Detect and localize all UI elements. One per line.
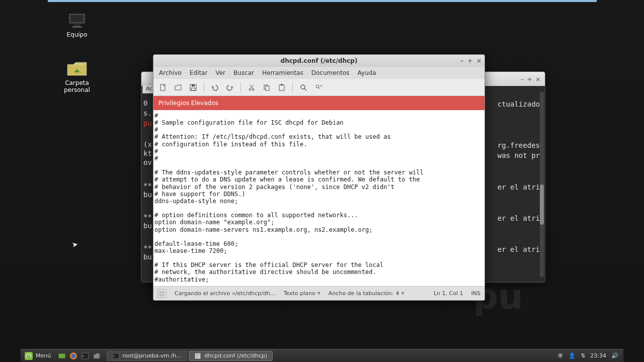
terminal-text: ov	[143, 158, 152, 166]
menu-herramientas[interactable]: Herramientas	[259, 68, 307, 78]
terminal-text: rg.freedes	[498, 141, 540, 149]
firefox-icon[interactable]	[68, 351, 78, 361]
menu-documentos[interactable]: Documentos	[308, 68, 353, 78]
mint-logo-icon	[25, 352, 33, 360]
terminal-text: pu	[143, 119, 152, 127]
top-accent-bar	[48, 0, 597, 2]
close-button[interactable]: ×	[535, 75, 541, 83]
terminal-text: 0	[143, 99, 147, 107]
tab-width-value: 4	[395, 290, 399, 297]
redo-icon[interactable]	[223, 81, 236, 94]
cut-icon[interactable]	[245, 81, 258, 94]
desktop-icon-label: Carpeta personal	[54, 79, 100, 94]
menu-archivo[interactable]: Archivo	[155, 68, 185, 78]
maximize-button[interactable]: +	[467, 57, 472, 64]
save-file-icon[interactable]	[187, 81, 200, 94]
terminal-text: kt	[143, 149, 152, 157]
editor-text-area[interactable]: # # Sample configuration file for ISC dh…	[153, 110, 485, 286]
task-label: dhcpd.conf (/etc/dhcp)	[204, 352, 267, 359]
terminal-text: bu	[143, 222, 152, 230]
task-editor[interactable]: dhcpd.conf (/etc/dhcp)	[189, 351, 273, 361]
quick-launch	[55, 351, 104, 361]
copy-icon[interactable]	[260, 81, 273, 94]
task-terminal[interactable]: root@prueba-vm /h…	[107, 351, 187, 361]
search-replace-icon[interactable]	[312, 81, 325, 94]
user-icon[interactable]: 👤	[569, 352, 576, 359]
tab-width-label: Ancho de la tabulación:	[329, 290, 394, 297]
svg-point-10	[252, 88, 254, 90]
show-desktop-icon[interactable]	[57, 351, 67, 361]
menu-editar[interactable]: Editar	[186, 68, 211, 78]
terminal-text: er el atri	[498, 214, 540, 222]
editor-menubar: Archivo Editar Ver Buscar Herramientas D…	[153, 67, 485, 79]
open-file-icon[interactable]	[172, 81, 185, 94]
terminal-text: s.	[143, 109, 152, 117]
computer-icon	[66, 12, 88, 29]
paste-icon[interactable]	[275, 81, 288, 94]
minimize-button[interactable]: –	[460, 57, 463, 64]
cursor-position: Ln 1, Col 1	[434, 290, 463, 297]
svg-point-15	[301, 85, 305, 89]
svg-rect-22	[113, 353, 119, 358]
clock[interactable]: 23:34	[590, 352, 606, 359]
terminal-text: was not pr	[498, 151, 540, 159]
search-icon[interactable]	[297, 81, 310, 94]
chevron-down-icon: ▼	[317, 291, 320, 296]
insert-mode[interactable]: INS	[471, 290, 480, 297]
close-button[interactable]: ×	[476, 57, 481, 64]
maximize-button[interactable]: +	[527, 75, 532, 83]
svg-rect-17	[25, 352, 33, 360]
svg-rect-7	[192, 84, 195, 86]
start-menu-button[interactable]: Menú	[21, 349, 55, 362]
terminal-text: (x	[143, 140, 152, 148]
task-list: root@prueba-vm /h… dhcpd.conf (/etc/dhcp…	[107, 351, 273, 361]
menu-ayuda[interactable]: Ayuda	[354, 68, 379, 78]
svg-rect-1	[70, 15, 84, 22]
svg-point-20	[71, 354, 75, 358]
editor-statusbar: ◫ Cargando el archivo «/etc/dhcp/dh… Tex…	[153, 286, 485, 300]
terminal-text: bu	[143, 253, 152, 261]
files-icon[interactable]	[92, 351, 102, 361]
side-panel-toggle[interactable]: ◫	[157, 289, 167, 298]
sound-icon[interactable]: 🔊	[611, 352, 618, 359]
svg-rect-13	[279, 85, 284, 90]
undo-icon[interactable]	[208, 81, 221, 94]
status-message: Cargando el archivo «/etc/dhcp/dh…	[175, 290, 276, 297]
tab-width-dropdown[interactable]: Ancho de la tabulación: 4 ▼	[329, 290, 405, 297]
separator	[204, 82, 204, 93]
svg-rect-14	[281, 84, 283, 85]
terminal-icon	[112, 352, 119, 359]
syntax-dropdown[interactable]: Texto plano ▼	[284, 290, 320, 297]
svg-rect-4	[76, 70, 78, 72]
terminal-text: **	[143, 213, 152, 221]
gedit-icon	[194, 352, 201, 359]
editor-titlebar[interactable]: dhcpd.conf (/etc/dhcp) – + ×	[153, 55, 485, 67]
svg-rect-3	[72, 26, 82, 28]
terminal-text: ctualizado	[498, 100, 540, 108]
menu-ver[interactable]: Ver	[212, 68, 229, 78]
svg-rect-12	[266, 86, 269, 90]
svg-rect-21	[82, 353, 89, 359]
svg-point-9	[249, 88, 251, 90]
system-tray: ⛨ 👤 ⇅ 23:34 🔊	[553, 352, 623, 359]
terminal-icon[interactable]	[80, 351, 90, 361]
home-folder-icon	[66, 60, 88, 77]
terminal-text: er el atri	[498, 245, 540, 253]
text-editor-window[interactable]: dhcpd.conf (/etc/dhcp) – + × Archivo Edi…	[153, 54, 485, 301]
desktop-icon-label: Equipo	[54, 31, 100, 38]
scrollbar-thumb[interactable]	[540, 185, 544, 225]
terminal-scrollbar[interactable]	[540, 92, 544, 277]
network-icon[interactable]: ⇅	[581, 352, 585, 359]
svg-rect-18	[58, 353, 65, 358]
shield-icon[interactable]: ⛨	[558, 352, 564, 359]
menu-buscar[interactable]: Buscar	[230, 68, 258, 78]
terminal-text: bu	[143, 191, 152, 199]
terminal-text: **	[143, 244, 152, 252]
desktop-icon-computer[interactable]: Equipo	[54, 12, 100, 38]
chevron-down-icon: ▼	[401, 291, 404, 296]
minimize-button[interactable]: –	[521, 75, 524, 83]
desktop-icon-home[interactable]: Carpeta personal	[54, 60, 100, 94]
new-file-icon[interactable]	[156, 81, 170, 94]
terminal-text: **	[143, 182, 152, 190]
svg-rect-2	[74, 25, 80, 26]
